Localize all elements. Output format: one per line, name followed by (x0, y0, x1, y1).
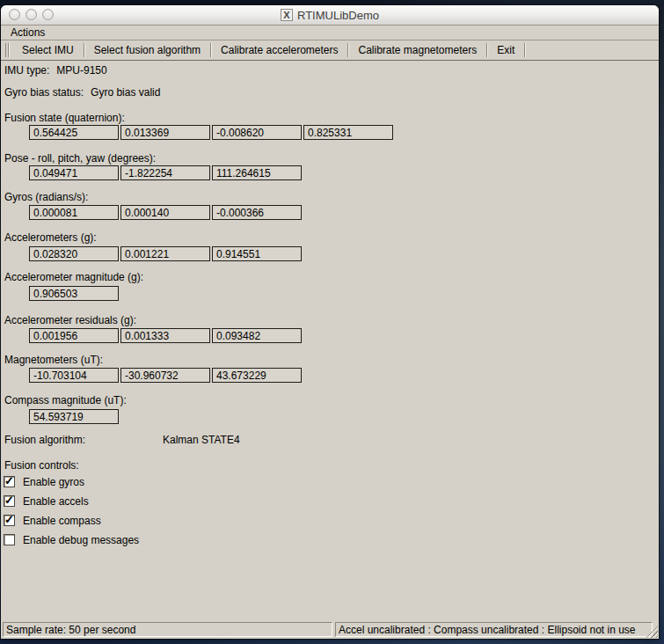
accel-magnitude-label: Accelerometer magnitude (g): (4, 271, 143, 283)
accel-x: 0.028320 (29, 246, 119, 261)
titlebar[interactable]: X RTIMULibDemo (1, 5, 659, 26)
pose-roll: 0.049471 (29, 165, 119, 180)
enable-debug-messages-checkbox[interactable] (4, 534, 15, 545)
minimize-button[interactable] (26, 9, 37, 20)
close-button[interactable] (9, 9, 20, 20)
gyro-bias-value: Gyro bias valid (91, 86, 160, 99)
gyro-x: 0.000081 (29, 205, 119, 220)
fusion-state-label: Fusion state (quaternion): (4, 112, 125, 124)
gyro-y: 0.000140 (120, 205, 210, 220)
x11-app-icon: X (281, 9, 293, 21)
compass-magnitude-value: 54.593719 (29, 409, 119, 424)
imu-type-label: IMU type: (4, 64, 49, 77)
pose-yaw: 111.264615 (212, 165, 302, 180)
mag-y: -30.960732 (120, 368, 210, 383)
compass-magnitude-label: Compass magnitude (uT): (4, 394, 127, 406)
accel-residual-z: 0.093482 (212, 328, 302, 343)
mag-x: -10.703104 (29, 368, 119, 383)
fusion-algorithm-label: Fusion algorithm: (4, 434, 85, 446)
enable-compass-checkbox[interactable] (4, 515, 15, 526)
enable-accels-checkbox[interactable] (4, 495, 15, 507)
accel-residuals-label: Accelerometer residuals (g): (4, 314, 136, 326)
gyro-bias-row: Gyro bias status:Gyro bias valid (4, 86, 160, 99)
window-controls (9, 9, 54, 20)
menu-bar: Actions (1, 26, 659, 40)
app-window: X RTIMULibDemo Actions Select IMU Select… (1, 5, 659, 639)
gyro-bias-label: Gyro bias status: (4, 86, 84, 99)
enable-gyros-checkbox[interactable] (4, 476, 15, 487)
enable-compass-label: Enable compass (23, 515, 101, 527)
enable-compass-checkbox-row[interactable]: Enable compass (4, 514, 101, 527)
calibrate-magnetometers-button[interactable]: Calibrate magnetometers (349, 41, 485, 60)
calibrate-accelerometers-button[interactable]: Calibrate accelerometers (212, 41, 347, 60)
fusion-algorithm-value: Kalman STATE4 (163, 434, 240, 446)
imu-type-row: IMU type:MPU-9150 (4, 64, 107, 77)
pose-label: Pose - roll, pitch, yaw (degrees): (4, 152, 156, 165)
accel-residual-y: 0.001333 (120, 328, 210, 343)
accelerometers-label: Accelerometers (g): (4, 231, 97, 244)
fusion-state-q2: -0.008620 (212, 125, 302, 140)
toolbar-separator (486, 43, 487, 57)
accel-y: 0.001221 (120, 246, 210, 261)
exit-button[interactable]: Exit (488, 41, 523, 60)
accel-magnitude-value: 0.906503 (29, 286, 119, 301)
magnetometers-label: Magnetometers (uT): (4, 354, 103, 366)
toolbar-separator (347, 43, 348, 57)
accel-z: 0.914551 (212, 246, 302, 261)
fusion-state-q0: 0.564425 (29, 125, 119, 140)
enable-gyros-label: Enable gyros (23, 476, 84, 488)
status-sample-rate: Sample rate: 50 per second (3, 622, 332, 637)
toolbar: Select IMU Select fusion algorithm Calib… (1, 40, 659, 61)
toolbar-separator (210, 43, 211, 57)
mag-z: 43.673229 (212, 368, 302, 383)
enable-accels-checkbox-row[interactable]: Enable accels (4, 494, 89, 508)
status-calibration: Accel uncalibrated : Compass uncalibrate… (335, 622, 653, 637)
select-imu-button[interactable]: Select IMU (13, 41, 83, 60)
window-title: RTIMULibDemo (297, 9, 379, 22)
imu-type-value: MPU-9150 (56, 64, 106, 77)
enable-debug-messages-checkbox-row[interactable]: Enable debug messages (4, 533, 139, 546)
toolbar-drag-handle-icon[interactable] (5, 43, 9, 57)
fusion-state-q3: 0.825331 (303, 125, 393, 140)
toolbar-separator (84, 43, 84, 57)
pose-pitch: -1.822254 (120, 165, 210, 180)
fusion-controls-label: Fusion controls: (4, 459, 79, 472)
gyros-label: Gyros (radians/s): (4, 191, 88, 203)
window-title-group: X RTIMULibDemo (281, 9, 379, 22)
gyro-z: -0.000366 (212, 205, 302, 220)
enable-debug-messages-label: Enable debug messages (23, 534, 139, 546)
toolbar-separator (524, 43, 525, 57)
select-fusion-algorithm-button[interactable]: Select fusion algorithm (85, 41, 209, 60)
enable-gyros-checkbox-row[interactable]: Enable gyros (4, 475, 84, 488)
maximize-button[interactable] (42, 9, 54, 20)
enable-accels-label: Enable accels (23, 495, 89, 508)
menu-actions[interactable]: Actions (7, 26, 48, 39)
fusion-state-q1: 0.013369 (120, 125, 210, 140)
accel-residual-x: 0.001956 (29, 328, 119, 343)
